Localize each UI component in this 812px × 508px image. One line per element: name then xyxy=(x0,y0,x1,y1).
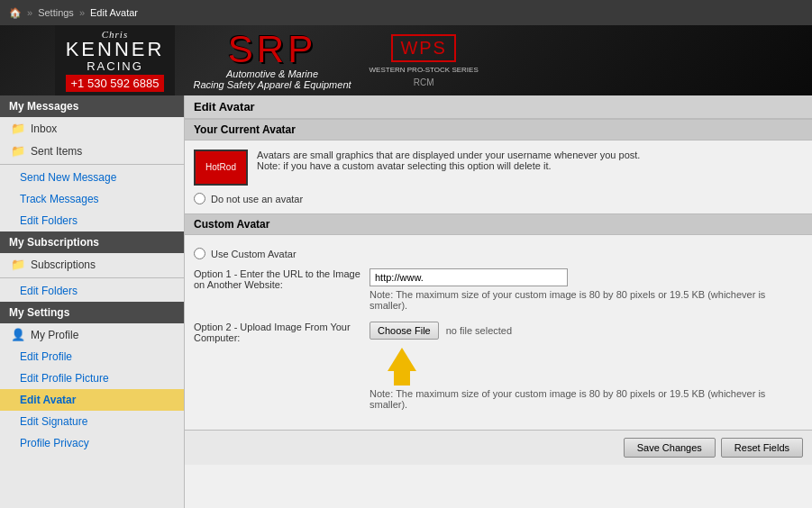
banner-racing-sub-text: RACING xyxy=(87,59,143,73)
option1-note: Note: The maximum size of your custom im… xyxy=(370,289,803,311)
custom-avatar-header: Custom Avatar xyxy=(185,213,812,235)
sidebar-item-edit-profile[interactable]: Edit Profile xyxy=(0,346,184,367)
breadcrumb-separator2: » xyxy=(79,7,85,18)
no-avatar-label: Do not use an avatar xyxy=(211,194,303,204)
content-area: Edit Avatar Your Current Avatar HotRod A… xyxy=(185,95,812,508)
arrow-indicator xyxy=(370,343,803,386)
sidebar-item-subscriptions[interactable]: 📁 Subscriptions xyxy=(0,253,184,276)
home-icon[interactable]: 🏠 xyxy=(9,7,22,19)
sidebar-item-profile-privacy[interactable]: Profile Privacy xyxy=(0,432,184,454)
file-row: Choose File no file selected xyxy=(370,322,803,340)
sidebar-subscriptions-label: Subscriptions xyxy=(31,259,96,271)
sidebar-sent-label: Sent Items xyxy=(31,145,82,158)
sidebar-item-track-messages[interactable]: Track Messages xyxy=(0,188,184,210)
breadcrumb-separator1: » xyxy=(27,7,32,18)
custom-avatar-body: Use Custom Avatar Option 1 - Enter the U… xyxy=(185,235,812,430)
choose-file-button[interactable]: Choose File xyxy=(370,322,439,340)
use-custom-avatar-label: Use Custom Avatar xyxy=(211,249,297,259)
site-banner: Chris KENNER RACING +1 530 592 6885 SRP … xyxy=(0,25,812,95)
avatar-note: Note: if you have a custom avatar select… xyxy=(257,160,640,171)
save-changes-button[interactable]: Save Changes xyxy=(624,438,716,458)
current-avatar-header: Your Current Avatar xyxy=(185,119,812,141)
banner-wps-text: WPS xyxy=(391,34,456,62)
sidebar-section-my-settings: My Settings xyxy=(0,302,184,323)
person-icon: 👤 xyxy=(11,328,25,341)
avatar-image: HotRod xyxy=(194,150,248,186)
no-avatar-radio[interactable] xyxy=(194,193,205,204)
sidebar: My Messages 📁 Inbox 📁 Sent Items Send Ne… xyxy=(0,95,185,508)
sidebar-item-inbox[interactable]: 📁 Inbox xyxy=(0,117,184,140)
content-footer: Save Changes Reset Fields xyxy=(185,430,812,465)
use-custom-avatar-radio[interactable] xyxy=(194,248,205,259)
content-header: Edit Avatar xyxy=(185,95,812,119)
breadcrumb: 🏠 » Settings » Edit Avatar xyxy=(0,0,812,25)
banner-rcm-text: RCM xyxy=(414,77,434,87)
breadcrumb-settings-link[interactable]: Settings xyxy=(38,7,74,18)
main-layout: My Messages 📁 Inbox 📁 Sent Items Send Ne… xyxy=(0,95,812,508)
sidebar-item-send-new-message[interactable]: Send New Message xyxy=(0,167,184,188)
sidebar-section-my-subscriptions: My Subscriptions xyxy=(0,231,184,253)
current-avatar-body: HotRod Avatars are small graphics that a… xyxy=(185,141,812,213)
sidebar-item-edit-folders-messages[interactable]: Edit Folders xyxy=(0,210,184,231)
folder-icon-sent: 📁 xyxy=(11,144,25,158)
sidebar-inbox-label: Inbox xyxy=(31,122,57,135)
banner-racing-text: KENNER xyxy=(66,40,165,59)
option2-control: Choose File no file selected Note: The m… xyxy=(370,322,803,410)
banner-subtitle2-text: Racing Safety Apparel & Equipment xyxy=(193,79,351,90)
option1-row: Option 1 - Enter the URL to the Image on… xyxy=(194,268,803,311)
banner-wps-sub-text: WESTERN PRO-STOCK SERIES xyxy=(370,66,479,74)
folder-icon: 📁 xyxy=(11,122,25,135)
banner-subtitle1-text: Automotive & Marine xyxy=(226,68,318,79)
folder-icon-subs: 📁 xyxy=(11,258,25,271)
sidebar-my-profile-label: My Profile xyxy=(31,329,78,341)
sidebar-item-my-profile[interactable]: 👤 My Profile xyxy=(0,323,184,346)
option1-control: Note: The maximum size of your custom im… xyxy=(370,268,803,311)
sidebar-section-my-messages: My Messages xyxy=(0,95,184,117)
option2-label: Option 2 - Upload Image From Your Comput… xyxy=(194,322,360,343)
avatar-description: Avatars are small graphics that are disp… xyxy=(257,150,640,160)
avatar-img-text: HotRod xyxy=(205,163,236,172)
banner-srp-text: SRP xyxy=(228,31,316,68)
option1-label: Option 1 - Enter the URL to the Image on… xyxy=(194,268,360,290)
sidebar-item-edit-profile-picture[interactable]: Edit Profile Picture xyxy=(0,367,184,389)
sidebar-item-sent[interactable]: 📁 Sent Items xyxy=(0,140,184,162)
option2-note: Note: The maximum size of your custom im… xyxy=(370,388,803,410)
breadcrumb-current: Edit Avatar xyxy=(90,7,138,18)
sidebar-item-edit-folders-subs[interactable]: Edit Folders xyxy=(0,280,184,302)
url-input[interactable] xyxy=(370,268,568,286)
option2-row: Option 2 - Upload Image From Your Comput… xyxy=(194,322,803,410)
sidebar-item-edit-signature[interactable]: Edit Signature xyxy=(0,411,184,432)
reset-fields-button[interactable]: Reset Fields xyxy=(721,438,803,458)
no-file-text: no file selected xyxy=(446,325,512,336)
sidebar-item-edit-avatar[interactable]: Edit Avatar xyxy=(0,389,184,411)
banner-phone-text: +1 530 592 6885 xyxy=(66,75,165,92)
